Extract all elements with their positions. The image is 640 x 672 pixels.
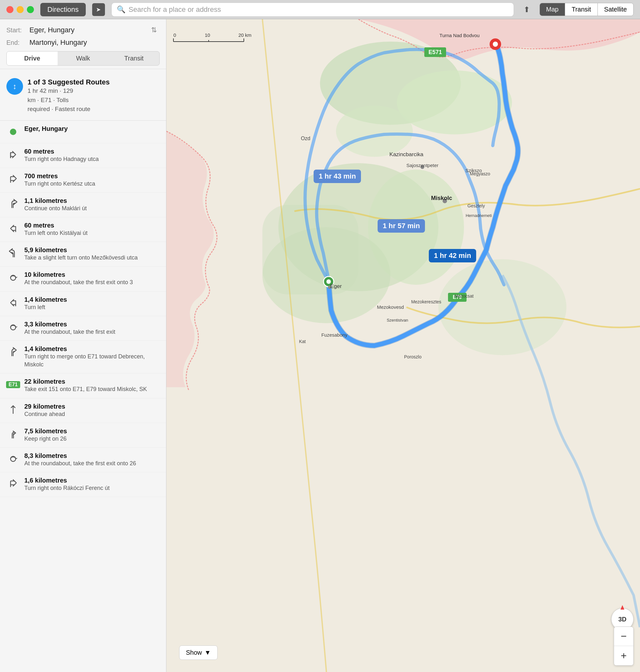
step-5: 5,9 kilometres Take a slight left turn o… xyxy=(0,242,166,266)
zoom-controls: − + xyxy=(614,627,634,666)
step-10-instruction: Take exit 151 onto E71, E79 toward Misko… xyxy=(24,385,147,393)
route-summary-detail: 1 hr 42 min · 129km · E71 · Tollsrequire… xyxy=(28,86,110,114)
highway-exit-icon: E71 xyxy=(6,378,20,391)
minimize-traffic-light[interactable] xyxy=(17,6,24,13)
step-3: 1,1 kilometres Continue onto Maklári út xyxy=(0,193,166,217)
step-7-text: 1,4 kilometres Turn left xyxy=(24,296,67,311)
step-5-distance: 5,9 kilometres xyxy=(24,246,137,254)
tab-transit[interactable]: Transit xyxy=(108,52,159,65)
svg-text:Megyaszo: Megyaszo xyxy=(470,171,490,176)
directions-button[interactable]: Directions xyxy=(40,3,86,16)
svg-text:Mezokovesd: Mezokovesd xyxy=(377,304,404,310)
step-10-text: 22 kilometres Take exit 151 onto E71, E7… xyxy=(24,378,147,393)
map-view-transit-button[interactable]: Transit xyxy=(565,3,597,16)
merge-right-icon xyxy=(6,345,20,359)
step-2-text: 700 metres Turn right onto Kertész utca xyxy=(24,173,95,188)
svg-text:Szentistvan: Szentistvan xyxy=(387,318,408,323)
svg-text:10: 10 xyxy=(205,32,210,38)
start-pin-icon xyxy=(6,125,20,138)
zoom-plus-button[interactable]: + xyxy=(614,646,633,665)
step-6-instruction: At the roundabout, take the first exit o… xyxy=(24,278,133,287)
share-icon[interactable]: ⬆ xyxy=(520,3,533,16)
start-name: Eger, Hungary xyxy=(24,125,68,132)
tab-walk[interactable]: Walk xyxy=(58,52,108,65)
turn-left-icon-2 xyxy=(6,296,20,309)
svg-text:Turna Nad Bodvou: Turna Nad Bodvou xyxy=(439,33,479,38)
svg-text:Poroszlo: Poroszlo xyxy=(404,354,422,359)
svg-text:Sajoszentpeter: Sajoszentpeter xyxy=(406,163,438,168)
search-bar[interactable]: 🔍 Search for a place or address xyxy=(111,3,514,17)
roundabout-icon-1 xyxy=(6,271,20,284)
show-label: Show xyxy=(186,649,202,656)
step-11-instruction: Continue ahead xyxy=(24,410,65,418)
step-3-instruction: Continue onto Maklári út xyxy=(24,204,87,213)
turn-right-icon-1 xyxy=(6,148,20,161)
step-3-text: 1,1 kilometres Continue onto Maklári út xyxy=(24,197,87,213)
slight-right-icon xyxy=(6,197,20,210)
step-7-distance: 1,4 kilometres xyxy=(24,296,67,303)
map-view-buttons: Map Transit Satellite xyxy=(539,3,634,16)
step-13-distance: 8,3 kilometres xyxy=(24,452,136,459)
time-bubble-2: 1 hr 57 min xyxy=(378,219,425,233)
slight-left-icon xyxy=(6,246,20,260)
straight-icon xyxy=(6,403,20,416)
step-8-distance: 3,3 kilometres xyxy=(24,321,115,328)
step-12-text: 7,5 kilometres Keep right on 26 xyxy=(24,427,67,443)
map-view-satellite-button[interactable]: Satellite xyxy=(598,3,633,16)
time-bubble-1: 1 hr 43 min xyxy=(314,170,361,183)
step-6: 10 kilometres At the roundabout, take th… xyxy=(0,266,166,291)
keep-right-icon xyxy=(6,427,20,441)
swap-button[interactable]: ⇅ xyxy=(148,24,160,36)
step-7-instruction: Turn left xyxy=(24,303,67,311)
maximize-traffic-light[interactable] xyxy=(27,6,34,13)
sidebar: Start: Eger, Hungary ⇅ End: Martonyi, Hu… xyxy=(0,19,166,672)
step-10-distance: 22 kilometres xyxy=(24,378,147,385)
titlebar: Directions ➤ 🔍 Search for a place or add… xyxy=(0,0,640,19)
zoom-minus-button[interactable]: − xyxy=(614,627,633,646)
start-label: Start: xyxy=(6,27,26,34)
step-12-distance: 7,5 kilometres xyxy=(24,427,67,435)
svg-text:Kat: Kat xyxy=(299,339,306,344)
3d-label: 3D xyxy=(618,616,627,623)
step-1-text: 60 metres Turn right onto Hadnagy utca xyxy=(24,148,99,163)
svg-text:Mezokeresztes: Mezokeresztes xyxy=(411,299,441,304)
step-11: 29 kilometres Continue ahead xyxy=(0,398,166,423)
roundabout-icon-3 xyxy=(6,452,20,466)
svg-text:E571: E571 xyxy=(428,49,442,55)
step-1-instruction: Turn right onto Hadnagy utca xyxy=(24,155,99,163)
step-9-text: 1,4 kilometres Turn right to merge onto … xyxy=(24,345,160,369)
navigation-icon: ➤ xyxy=(92,3,105,16)
show-button[interactable]: Show ▼ xyxy=(179,645,218,660)
step-4-distance: 60 metres xyxy=(24,222,87,229)
end-value[interactable]: Martonyi, Hungary xyxy=(29,39,160,47)
show-chevron-icon: ▼ xyxy=(204,649,211,656)
svg-text:Miskolc: Miskolc xyxy=(431,195,452,201)
step-9-instruction: Turn right to merge onto E71 toward Debr… xyxy=(24,353,160,369)
step-8: 3,3 kilometres At the roundabout, take t… xyxy=(0,316,166,341)
step-6-distance: 10 kilometres xyxy=(24,271,133,278)
step-5-instruction: Take a slight left turn onto Mezőkövesdi… xyxy=(24,254,137,262)
svg-point-15 xyxy=(493,42,498,47)
svg-text:Gesztely: Gesztely xyxy=(467,203,485,208)
close-traffic-light[interactable] xyxy=(6,6,13,13)
start-step-text: Eger, Hungary xyxy=(24,125,68,132)
map-view-map-button[interactable]: Map xyxy=(540,3,565,16)
step-10: E71 22 kilometres Take exit 151 onto E71… xyxy=(0,374,166,398)
step-5-text: 5,9 kilometres Take a slight left turn o… xyxy=(24,246,137,262)
step-2: 700 metres Turn right onto Kertész utca xyxy=(0,168,166,193)
highway-badge: E71 xyxy=(6,381,20,388)
step-1-distance: 60 metres xyxy=(24,148,99,155)
step-7: 1,4 kilometres Turn left xyxy=(0,292,166,316)
search-icon: 🔍 xyxy=(117,5,126,14)
step-13-text: 8,3 kilometres At the roundabout, take t… xyxy=(24,452,136,468)
start-value[interactable]: Eger, Hungary xyxy=(29,26,144,34)
step-6-text: 10 kilometres At the roundabout, take th… xyxy=(24,271,133,287)
step-1: 60 metres Turn right onto Hadnagy utca xyxy=(0,143,166,168)
time-bubble-primary: 1 hr 42 min xyxy=(429,249,476,262)
map-area[interactable]: E571 E79 Kazincbarcika Sajoszentpeter Mi… xyxy=(166,19,640,672)
step-2-instruction: Turn right onto Kertész utca xyxy=(24,180,95,188)
step-3-distance: 1,1 kilometres xyxy=(24,197,87,204)
sidebar-routes[interactable]: ↕ 1 of 3 Suggested Routes 1 hr 42 min · … xyxy=(0,69,166,672)
start-step: Eger, Hungary xyxy=(0,121,166,143)
tab-drive[interactable]: Drive xyxy=(7,52,58,65)
